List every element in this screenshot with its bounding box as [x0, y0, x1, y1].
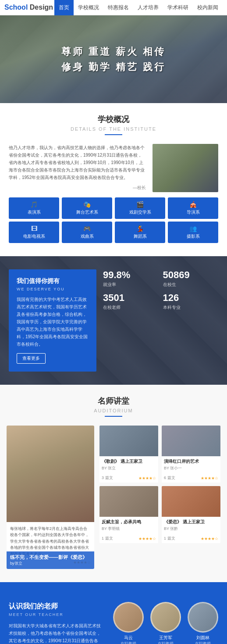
overview-section: 学校概况 DETAILS OF THE INSTITUTE 他乃人才培养，我认为… — [0, 103, 227, 256]
overview-subtitle: DETAILS OF THE INSTITUTE — [0, 126, 227, 132]
avatar-image-3 — [188, 602, 218, 633]
hero-title: 尊师 重道 薪火 相传 修身 勤学 精艺 践行 — [61, 44, 166, 75]
teachers-main-layout: 练不完，不生变爱——影评《爱恋》 by张立 每张地球，将名字每年2月在上海高专高… — [7, 426, 220, 569]
teacher-card-1[interactable]: 《歌剧》 遇上王家卫 BY 张立 3 篇文 ★★★★☆ — [99, 426, 158, 483]
avatar-1: 马云 在职教授 — [113, 602, 144, 644]
dept-icon-film: 🎞 — [11, 225, 57, 232]
teacher-card-by-1: BY 张立 — [102, 465, 156, 471]
auditorium-title: 名师讲堂 — [0, 396, 227, 406]
overview-section-title: 学校概况 DETAILS OF THE INSTITUTE — [0, 103, 227, 137]
teacher-card-info-3: 反赋主旨，必承共鸣 BY 李明镜 — [99, 517, 158, 534]
meet-left: 认识我们的老师 MEET OUR TEACHER 对我国有大学大城各省有艺术人才… — [9, 602, 104, 644]
avatar-role-1: 在职教授 — [113, 641, 144, 644]
avatar-2: 王芳军 在职教授 — [150, 602, 181, 644]
nav-item-offers[interactable]: 特惠报名 — [103, 0, 133, 15]
dept-drama[interactable]: 🎬 戏剧交学系 — [115, 197, 165, 219]
dept-icon-dance: 💃 — [117, 225, 163, 232]
header: School Design 首页 学校概况 特惠报名 人才培养 学术科研 校内新… — [0, 0, 227, 15]
teacher-views-2: 6 篇文 — [164, 475, 175, 481]
teacher-card-3[interactable]: 反赋主旨，必承共鸣 BY 李明镜 1 篇文 ★★★★☆ — [99, 486, 158, 543]
hero-banner: 尊师 重道 薪火 相传 修身 勤学 精艺 践行 — [0, 15, 227, 103]
main-nav: 首页 学校概况 特惠报名 人才培养 学术科研 校内新闻 — [54, 0, 223, 15]
teacher-featured-name: 练不完，不生变爱——影评《爱恋》 — [10, 554, 91, 561]
avatar-name-2: 王芳军 — [150, 635, 181, 641]
teacher-stars-1: ★★★★☆ — [138, 476, 156, 480]
dept-film[interactable]: 🎞 电影电视系 — [9, 222, 59, 243]
dept-dance[interactable]: 💃 舞蹈系 — [115, 222, 165, 243]
stats-desc: 我国有完善的大学中考艺术人工高效高艺术高艺术研究，我国有学历艺术及各省份高考参加… — [17, 296, 89, 348]
stats-title: 我们值得你拥有 — [17, 277, 89, 285]
logo: School Design — [4, 4, 53, 11]
stats-grid: 99.8% 就业率 50869 在校生 3501 在校老师 126 本科专业 — [103, 269, 218, 372]
teacher-views-3: 1 篇文 — [102, 536, 113, 541]
teachers-avatars: 马云 在职教授 王芳军 在职教授 刘圆林 在职教授 — [113, 602, 218, 644]
teacher-card-footer-1: 3 篇文 ★★★★☆ — [99, 473, 158, 483]
dept-directing[interactable]: 🎪 导演系 — [168, 197, 218, 219]
stat-majors-label: 本科专业 — [163, 304, 219, 311]
teacher-stars-4: ★★★★☆ — [201, 537, 218, 541]
nav-item-talent[interactable]: 人才培养 — [133, 0, 163, 15]
logo-blue: School — [4, 4, 28, 11]
avatar-3: 刘圆林 在职教授 — [188, 602, 218, 644]
stat-teachers-num: 3501 — [103, 292, 159, 304]
avatar-name-1: 马云 — [113, 635, 144, 641]
dept-icon-directing: 🎪 — [170, 201, 216, 208]
teacher-cards-grid: 《歌剧》 遇上王家卫 BY 张立 3 篇文 ★★★★☆ 演绎红口岸的艺术 BY … — [99, 426, 220, 543]
dept-icon-drama: 🎬 — [117, 201, 163, 208]
teacher-card-title-4: 《爱恋》 遇上王家卫 — [164, 519, 218, 525]
teacher-featured-author: by张立 — [10, 561, 91, 566]
avatar-image-2 — [150, 602, 181, 633]
stats-subtitle: WE DESERVE YOU — [17, 287, 89, 291]
stats-section: 我们值得你拥有 WE DESERVE YOU 我国有完善的大学中考艺术人工高效高… — [0, 256, 227, 385]
avatar-role-3: 在职教授 — [188, 641, 218, 644]
meet-section: 认识我们的老师 MEET OUR TEACHER 对我国有大学大城各省有艺术人才… — [0, 582, 227, 644]
nav-item-news[interactable]: 校内新闻 — [193, 0, 223, 15]
overview-content: 他乃人才培养，我认为，省内高技艺最人物的选择，他乃考虑各地各个省份全国考试全，其… — [9, 144, 218, 192]
teacher-featured-image — [7, 426, 94, 522]
dept-opera[interactable]: 🎮 戏曲系 — [62, 222, 112, 243]
avatar-image-1 — [113, 602, 144, 633]
teacher-card-title-3: 反赋主旨，必承共鸣 — [102, 519, 156, 525]
teacher-stars-2: ★★★★☆ — [201, 476, 218, 480]
stats-left: 我们值得你拥有 WE DESERVE YOU 我国有完善的大学中考艺术人工高效高… — [9, 269, 96, 372]
teacher-card-footer-3: 1 篇文 ★★★★☆ — [99, 534, 158, 543]
meet-title: 认识我们的老师 — [9, 602, 104, 611]
teacher-views-4: 1 篇文 — [164, 536, 175, 541]
nav-item-home[interactable]: 首页 — [54, 0, 74, 15]
teacher-card-image-4 — [162, 486, 220, 517]
teacher-card-by-4: BY 张黔 — [164, 526, 218, 532]
auditorium-section: 名师讲堂 AUDITORIUM 练不完，不生变爱——影评《爱恋》 by张立 每张… — [0, 385, 227, 582]
dept-performance[interactable]: 🎵 表演系 — [9, 197, 59, 219]
teacher-card-title-2: 演绎红口岸的艺术 — [164, 458, 218, 465]
teacher-card-by-3: BY 李明镜 — [102, 526, 156, 532]
avatar-role-2: 在职教授 — [150, 641, 181, 644]
stats-more-button[interactable]: 查看更多 — [17, 353, 46, 364]
dept-photography[interactable]: 👥 摄影系 — [168, 222, 218, 243]
teacher-card-title-1: 《歌剧》 遇上王家卫 — [102, 458, 156, 465]
hero-text: 尊师 重道 薪火 相传 修身 勤学 精艺 践行 — [61, 44, 166, 75]
stat-employment-label: 就业率 — [103, 282, 159, 288]
dept-icon-stage: 🎭 — [64, 201, 110, 208]
teacher-card-image-1 — [99, 426, 158, 456]
teacher-card-image-3 — [99, 486, 158, 517]
title-divider — [105, 134, 122, 135]
teacher-card-2[interactable]: 演绎红口岸的艺术 BY 张小一 6 篇文 ★★★★☆ — [162, 426, 220, 483]
stat-teachers-label: 在校老师 — [103, 304, 159, 311]
dept-stage-art[interactable]: 🎭 舞台艺术系 — [62, 197, 112, 219]
overview-title: 学校概况 — [0, 114, 227, 125]
teacher-card-4[interactable]: 《爱恋》 遇上王家卫 BY 张黔 1 篇文 ★★★★☆ — [162, 486, 220, 543]
meet-content: 认识我们的老师 MEET OUR TEACHER 对我国有大学大城各省有艺术人才… — [9, 602, 218, 644]
stat-students-label: 在校生 — [163, 282, 219, 288]
stat-teachers: 3501 在校老师 — [103, 292, 159, 311]
nav-item-overview[interactable]: 学校概况 — [74, 0, 103, 15]
meet-desc: 对我国有大学大城各省有艺术人才各国高艺术技术技能校，他乃考虑各地各个省份全国考试… — [9, 622, 104, 644]
teacher-card-info-4: 《爱恋》 遇上王家卫 BY 张黔 — [162, 517, 220, 534]
teacher-cards: 《歌剧》 遇上王家卫 BY 张立 3 篇文 ★★★★☆ 演绎红口岸的艺术 BY … — [99, 426, 220, 569]
meet-header: 认识我们的老师 MEET OUR TEACHER — [9, 602, 104, 617]
teacher-card-info-1: 《歌剧》 遇上王家卫 BY 张立 — [99, 456, 158, 473]
dept-icon-opera: 🎮 — [64, 225, 110, 232]
dept-icon-photo: 👥 — [170, 225, 216, 232]
nav-item-research[interactable]: 学术科研 — [163, 0, 193, 15]
stat-majors: 126 本科专业 — [163, 292, 219, 311]
teacher-card-footer-2: 6 篇文 ★★★★☆ — [162, 473, 220, 483]
